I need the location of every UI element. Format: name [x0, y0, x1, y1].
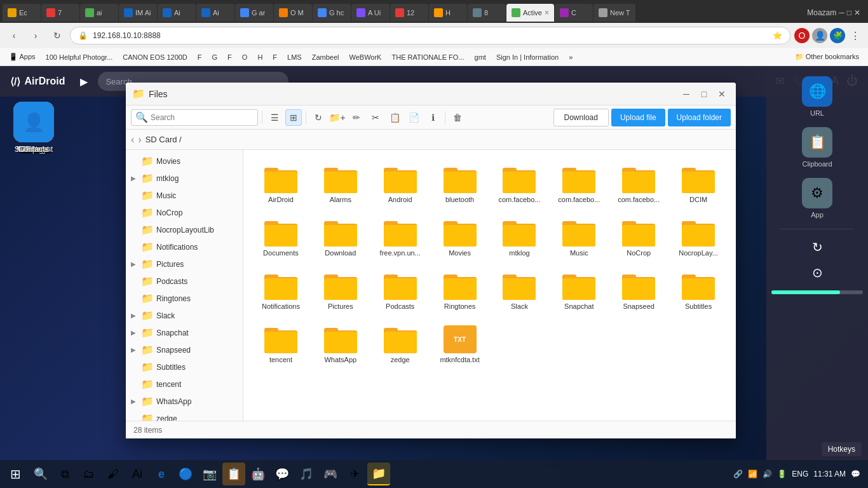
task-whatsapp[interactable]: 💬 — [271, 463, 294, 485]
folder-item-zedge[interactable]: zedge — [373, 320, 428, 369]
tab-ai1[interactable]: ai — [80, 4, 118, 22]
tab-active[interactable]: Active× — [506, 4, 554, 22]
task-telegram[interactable]: ✈ — [343, 463, 366, 485]
bookmark-apps[interactable]: 📱 Apps — [5, 51, 39, 62]
task-edge[interactable]: e — [150, 463, 173, 485]
sidebar-item-subtitles[interactable]: 📁 Subtitles — [126, 358, 243, 376]
folder-item-snapchat[interactable]: Snapchat — [552, 267, 606, 315]
folder-item-mtklog[interactable]: mtklog — [492, 214, 547, 262]
rename-btn[interactable]: ✏ — [348, 109, 365, 126]
start-button[interactable]: ⊞ — [3, 461, 28, 487]
folder-item-slack[interactable]: Slack — [492, 267, 547, 315]
sidebar-item-mtklog[interactable]: ▶ 📁 mtklog — [126, 170, 243, 187]
folder-item-com-facebo---[interactable]: com.facebo... — [552, 160, 606, 208]
folder-item-notifications[interactable]: Notifications — [254, 267, 308, 315]
tab-ai2[interactable]: Ai — [158, 4, 196, 22]
task-chrome[interactable]: 🔵 — [174, 463, 197, 485]
tab-aui[interactable]: A Ui — [351, 4, 390, 22]
window-restore[interactable]: □ — [696, 86, 712, 102]
sidebar-item-movies[interactable]: 📁 Movies — [126, 152, 243, 170]
folder-item-airdroid[interactable]: AirDroid — [254, 160, 308, 208]
sidebar-item-snapchat[interactable]: ▶ 📁 Snapchat — [126, 324, 243, 341]
search-box[interactable]: 🔍 — [131, 109, 258, 126]
bookmark-f3[interactable]: F — [269, 52, 281, 62]
folder-item-download[interactable]: Download — [313, 214, 368, 262]
download-btn[interactable]: Download — [553, 109, 609, 126]
list-view-btn[interactable]: ☰ — [266, 109, 283, 126]
window-minimize[interactable]: ─ — [679, 86, 694, 102]
panel-app[interactable]: ⚙ App — [802, 178, 832, 219]
tab-imai[interactable]: IM Ai — [119, 4, 157, 22]
bookmark-rationale[interactable]: THE RATIONALE FO... — [388, 52, 468, 62]
folder-item-snapseed[interactable]: Snapseed — [611, 267, 666, 315]
sidebar-item-zedge[interactable]: 📁 zedge — [126, 410, 243, 421]
tab-8[interactable]: 8 — [468, 4, 506, 22]
tab-gar[interactable]: G ar — [235, 4, 273, 22]
profile-icon[interactable]: 👤 — [812, 28, 827, 43]
sidebar-item-music[interactable]: 📁 Music — [126, 187, 243, 204]
folder-item-music[interactable]: Music — [552, 214, 606, 262]
folder-item-bluetooth[interactable]: bluetooth — [433, 160, 487, 208]
info-btn[interactable]: ℹ — [424, 109, 441, 126]
hotkeys-tooltip[interactable]: Hotkeys — [822, 442, 862, 456]
folder-item-subtitles[interactable]: Subtitles — [671, 267, 726, 315]
opera-icon[interactable]: O — [794, 28, 810, 43]
bookmark-other[interactable]: 📁 Other bookmarks — [791, 51, 863, 62]
refresh-btn[interactable]: ↻ — [310, 109, 327, 126]
folder-item-podcasts[interactable]: Podcasts — [373, 267, 428, 315]
window-close[interactable]: ✕ — [714, 86, 729, 102]
bookmark-g[interactable]: G — [208, 52, 222, 62]
nav-forward[interactable]: › — [138, 134, 141, 146]
extension-icon[interactable]: 🧩 — [830, 28, 845, 43]
folder-item-tencent[interactable]: tencent — [254, 320, 308, 369]
sidebar-item-snapseed[interactable]: ▶ 📁 Snapseed — [126, 341, 243, 358]
delete-btn[interactable]: 🗑 — [449, 109, 466, 126]
sidebar-item-tencent[interactable]: 📁 tencent — [126, 376, 243, 393]
bookmark-webwork[interactable]: WeBWorK — [346, 52, 386, 62]
sidebar-item-notifications[interactable]: 📁 Notifications — [126, 238, 243, 255]
sidebar-item-ringtones[interactable]: 📁 Ringtones — [126, 290, 243, 307]
bookmark-lms[interactable]: LMS — [283, 52, 306, 62]
folder-item-ringtones[interactable]: Ringtones — [433, 267, 487, 315]
tab-h[interactable]: H — [429, 4, 467, 22]
close-btn[interactable]: ✕ — [854, 8, 860, 17]
task-search[interactable]: 🔍 — [29, 463, 52, 485]
upload-folder-btn[interactable]: Upload folder — [668, 109, 731, 126]
task-ai[interactable]: Ai — [126, 463, 149, 485]
folder-item-movies[interactable]: Movies — [433, 214, 487, 262]
sidebar-item-whatsapp[interactable]: ▶ 📁 WhatsApp — [126, 393, 243, 410]
folder-item-nocrop[interactable]: NoCrop — [611, 214, 666, 262]
menu-icon[interactable]: ⋮ — [848, 28, 863, 43]
tab-12[interactable]: 12 — [390, 4, 428, 22]
tab-c[interactable]: C — [555, 4, 593, 22]
bookmark-more[interactable]: » — [565, 52, 576, 62]
folder-item-whatsapp[interactable]: WhatsApp — [313, 320, 368, 369]
sidebar-item-pictures[interactable]: ▶ 📁 Pictures — [126, 255, 243, 273]
tab-om[interactable]: O M — [274, 4, 312, 22]
folder-item-documents[interactable]: Documents — [254, 214, 308, 262]
desktop-icon-contacts[interactable]: 👤 Contacts — [5, 99, 62, 156]
tab-newt[interactable]: New T — [593, 4, 635, 22]
cut-btn[interactable]: ✂ — [367, 109, 384, 126]
upload-file-btn[interactable]: Upload file — [611, 109, 665, 126]
paste-btn[interactable]: 📄 — [405, 109, 422, 126]
search-input[interactable] — [151, 113, 254, 122]
folder-item-free-vpn-un---[interactable]: free.vpn.un... — [373, 214, 428, 262]
minimize-btn[interactable]: ─ — [839, 8, 844, 17]
panel-url[interactable]: 🌐 URL — [802, 76, 832, 117]
folder-item-com-facebo---[interactable]: com.facebo... — [611, 160, 666, 208]
panel-clipboard[interactable]: 📋 Clipboard — [802, 127, 832, 168]
task-android[interactable]: 🤖 — [247, 463, 269, 485]
reload-btn[interactable]: ↻ — [48, 27, 66, 44]
restore-btn[interactable]: □ — [847, 8, 851, 17]
task-fileexplorer[interactable]: 🗂 — [78, 463, 100, 485]
folder-item-android[interactable]: Android — [373, 160, 428, 208]
grid-view-btn[interactable]: ⊞ — [285, 109, 302, 126]
task-orange[interactable]: 📋 — [222, 463, 245, 485]
sidebar-item-podcasts[interactable]: 📁 Podcasts — [126, 273, 243, 290]
sidebar-item-nocrop[interactable]: 📁 NoCrop — [126, 204, 243, 221]
new-folder-btn[interactable]: 📁+ — [329, 109, 346, 126]
nav-back[interactable]: ‹ — [131, 134, 134, 146]
bookmark-canon[interactable]: CANON EOS 1200D — [119, 52, 191, 62]
task-files[interactable]: 📁 — [367, 463, 390, 485]
